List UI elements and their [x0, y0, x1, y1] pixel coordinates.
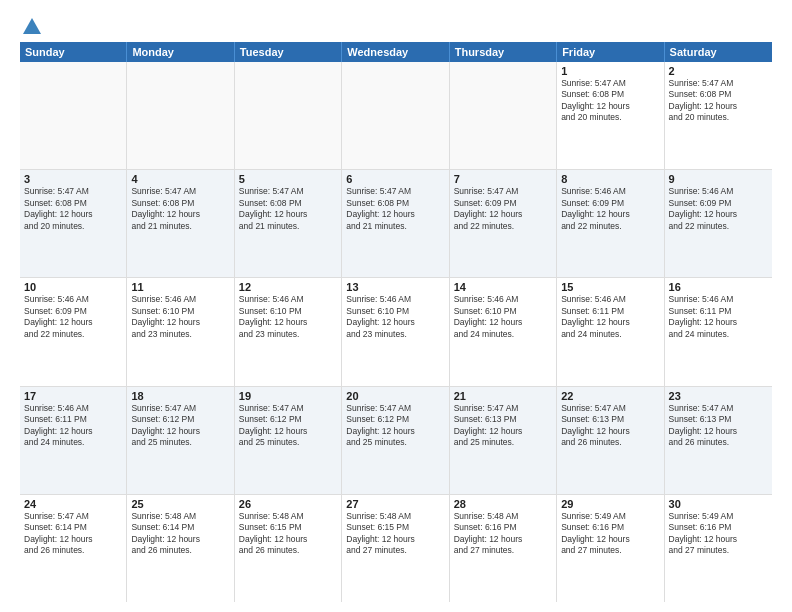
- cell-info: Sunrise: 5:48 AM Sunset: 6:15 PM Dayligh…: [346, 511, 444, 557]
- calendar-cell: 15Sunrise: 5:46 AM Sunset: 6:11 PM Dayli…: [557, 278, 664, 385]
- logo: [20, 16, 44, 34]
- logo-icon: [21, 16, 43, 38]
- calendar-cell: 14Sunrise: 5:46 AM Sunset: 6:10 PM Dayli…: [450, 278, 557, 385]
- cell-info: Sunrise: 5:46 AM Sunset: 6:09 PM Dayligh…: [669, 186, 768, 232]
- cell-info: Sunrise: 5:46 AM Sunset: 6:10 PM Dayligh…: [454, 294, 552, 340]
- calendar-cell: 26Sunrise: 5:48 AM Sunset: 6:15 PM Dayli…: [235, 495, 342, 602]
- header-day-thursday: Thursday: [450, 42, 557, 62]
- calendar-cell: 6Sunrise: 5:47 AM Sunset: 6:08 PM Daylig…: [342, 170, 449, 277]
- calendar-cell: [127, 62, 234, 169]
- cell-info: Sunrise: 5:46 AM Sunset: 6:09 PM Dayligh…: [561, 186, 659, 232]
- header: [20, 16, 772, 34]
- day-number: 26: [239, 498, 337, 510]
- cell-info: Sunrise: 5:47 AM Sunset: 6:12 PM Dayligh…: [131, 403, 229, 449]
- calendar-row-3: 10Sunrise: 5:46 AM Sunset: 6:09 PM Dayli…: [20, 278, 772, 386]
- day-number: 17: [24, 390, 122, 402]
- cell-info: Sunrise: 5:47 AM Sunset: 6:08 PM Dayligh…: [669, 78, 768, 124]
- calendar-cell: 24Sunrise: 5:47 AM Sunset: 6:14 PM Dayli…: [20, 495, 127, 602]
- day-number: 13: [346, 281, 444, 293]
- cell-info: Sunrise: 5:47 AM Sunset: 6:09 PM Dayligh…: [454, 186, 552, 232]
- day-number: 4: [131, 173, 229, 185]
- header-day-sunday: Sunday: [20, 42, 127, 62]
- page: SundayMondayTuesdayWednesdayThursdayFrid…: [0, 0, 792, 612]
- day-number: 16: [669, 281, 768, 293]
- calendar-cell: 7Sunrise: 5:47 AM Sunset: 6:09 PM Daylig…: [450, 170, 557, 277]
- day-number: 7: [454, 173, 552, 185]
- calendar-cell: [342, 62, 449, 169]
- day-number: 21: [454, 390, 552, 402]
- calendar-cell: 28Sunrise: 5:48 AM Sunset: 6:16 PM Dayli…: [450, 495, 557, 602]
- day-number: 3: [24, 173, 122, 185]
- day-number: 28: [454, 498, 552, 510]
- cell-info: Sunrise: 5:46 AM Sunset: 6:10 PM Dayligh…: [131, 294, 229, 340]
- day-number: 11: [131, 281, 229, 293]
- day-number: 23: [669, 390, 768, 402]
- calendar-cell: 30Sunrise: 5:49 AM Sunset: 6:16 PM Dayli…: [665, 495, 772, 602]
- cell-info: Sunrise: 5:47 AM Sunset: 6:08 PM Dayligh…: [131, 186, 229, 232]
- cell-info: Sunrise: 5:47 AM Sunset: 6:08 PM Dayligh…: [24, 186, 122, 232]
- day-number: 18: [131, 390, 229, 402]
- header-day-friday: Friday: [557, 42, 664, 62]
- cell-info: Sunrise: 5:47 AM Sunset: 6:13 PM Dayligh…: [454, 403, 552, 449]
- cell-info: Sunrise: 5:47 AM Sunset: 6:13 PM Dayligh…: [669, 403, 768, 449]
- cell-info: Sunrise: 5:47 AM Sunset: 6:14 PM Dayligh…: [24, 511, 122, 557]
- calendar-cell: 1Sunrise: 5:47 AM Sunset: 6:08 PM Daylig…: [557, 62, 664, 169]
- calendar-cell: 27Sunrise: 5:48 AM Sunset: 6:15 PM Dayli…: [342, 495, 449, 602]
- svg-marker-0: [23, 18, 41, 34]
- day-number: 6: [346, 173, 444, 185]
- day-number: 20: [346, 390, 444, 402]
- cell-info: Sunrise: 5:49 AM Sunset: 6:16 PM Dayligh…: [561, 511, 659, 557]
- calendar-cell: 20Sunrise: 5:47 AM Sunset: 6:12 PM Dayli…: [342, 387, 449, 494]
- calendar-cell: 8Sunrise: 5:46 AM Sunset: 6:09 PM Daylig…: [557, 170, 664, 277]
- cell-info: Sunrise: 5:48 AM Sunset: 6:15 PM Dayligh…: [239, 511, 337, 557]
- cell-info: Sunrise: 5:46 AM Sunset: 6:11 PM Dayligh…: [561, 294, 659, 340]
- calendar-cell: 22Sunrise: 5:47 AM Sunset: 6:13 PM Dayli…: [557, 387, 664, 494]
- header-day-tuesday: Tuesday: [235, 42, 342, 62]
- day-number: 19: [239, 390, 337, 402]
- calendar-cell: 29Sunrise: 5:49 AM Sunset: 6:16 PM Dayli…: [557, 495, 664, 602]
- calendar-row-5: 24Sunrise: 5:47 AM Sunset: 6:14 PM Dayli…: [20, 495, 772, 602]
- day-number: 12: [239, 281, 337, 293]
- calendar-cell: 10Sunrise: 5:46 AM Sunset: 6:09 PM Dayli…: [20, 278, 127, 385]
- calendar-cell: 18Sunrise: 5:47 AM Sunset: 6:12 PM Dayli…: [127, 387, 234, 494]
- calendar-cell: 19Sunrise: 5:47 AM Sunset: 6:12 PM Dayli…: [235, 387, 342, 494]
- day-number: 9: [669, 173, 768, 185]
- calendar-cell: [450, 62, 557, 169]
- calendar-cell: 21Sunrise: 5:47 AM Sunset: 6:13 PM Dayli…: [450, 387, 557, 494]
- calendar-cell: 11Sunrise: 5:46 AM Sunset: 6:10 PM Dayli…: [127, 278, 234, 385]
- calendar-header: SundayMondayTuesdayWednesdayThursdayFrid…: [20, 42, 772, 62]
- header-day-monday: Monday: [127, 42, 234, 62]
- day-number: 14: [454, 281, 552, 293]
- cell-info: Sunrise: 5:48 AM Sunset: 6:14 PM Dayligh…: [131, 511, 229, 557]
- calendar-row-4: 17Sunrise: 5:46 AM Sunset: 6:11 PM Dayli…: [20, 387, 772, 495]
- day-number: 15: [561, 281, 659, 293]
- day-number: 27: [346, 498, 444, 510]
- day-number: 25: [131, 498, 229, 510]
- cell-info: Sunrise: 5:47 AM Sunset: 6:12 PM Dayligh…: [346, 403, 444, 449]
- calendar-cell: 13Sunrise: 5:46 AM Sunset: 6:10 PM Dayli…: [342, 278, 449, 385]
- cell-info: Sunrise: 5:47 AM Sunset: 6:12 PM Dayligh…: [239, 403, 337, 449]
- calendar-cell: [235, 62, 342, 169]
- day-number: 24: [24, 498, 122, 510]
- calendar-cell: 16Sunrise: 5:46 AM Sunset: 6:11 PM Dayli…: [665, 278, 772, 385]
- calendar-cell: 4Sunrise: 5:47 AM Sunset: 6:08 PM Daylig…: [127, 170, 234, 277]
- day-number: 30: [669, 498, 768, 510]
- cell-info: Sunrise: 5:47 AM Sunset: 6:08 PM Dayligh…: [239, 186, 337, 232]
- calendar-cell: 9Sunrise: 5:46 AM Sunset: 6:09 PM Daylig…: [665, 170, 772, 277]
- cell-info: Sunrise: 5:46 AM Sunset: 6:09 PM Dayligh…: [24, 294, 122, 340]
- calendar-cell: 23Sunrise: 5:47 AM Sunset: 6:13 PM Dayli…: [665, 387, 772, 494]
- cell-info: Sunrise: 5:46 AM Sunset: 6:10 PM Dayligh…: [239, 294, 337, 340]
- day-number: 22: [561, 390, 659, 402]
- day-number: 10: [24, 281, 122, 293]
- calendar: SundayMondayTuesdayWednesdayThursdayFrid…: [20, 42, 772, 602]
- calendar-cell: 2Sunrise: 5:47 AM Sunset: 6:08 PM Daylig…: [665, 62, 772, 169]
- header-day-saturday: Saturday: [665, 42, 772, 62]
- calendar-cell: 25Sunrise: 5:48 AM Sunset: 6:14 PM Dayli…: [127, 495, 234, 602]
- calendar-cell: 12Sunrise: 5:46 AM Sunset: 6:10 PM Dayli…: [235, 278, 342, 385]
- cell-info: Sunrise: 5:49 AM Sunset: 6:16 PM Dayligh…: [669, 511, 768, 557]
- cell-info: Sunrise: 5:46 AM Sunset: 6:11 PM Dayligh…: [669, 294, 768, 340]
- cell-info: Sunrise: 5:48 AM Sunset: 6:16 PM Dayligh…: [454, 511, 552, 557]
- calendar-cell: 3Sunrise: 5:47 AM Sunset: 6:08 PM Daylig…: [20, 170, 127, 277]
- cell-info: Sunrise: 5:46 AM Sunset: 6:10 PM Dayligh…: [346, 294, 444, 340]
- cell-info: Sunrise: 5:47 AM Sunset: 6:08 PM Dayligh…: [346, 186, 444, 232]
